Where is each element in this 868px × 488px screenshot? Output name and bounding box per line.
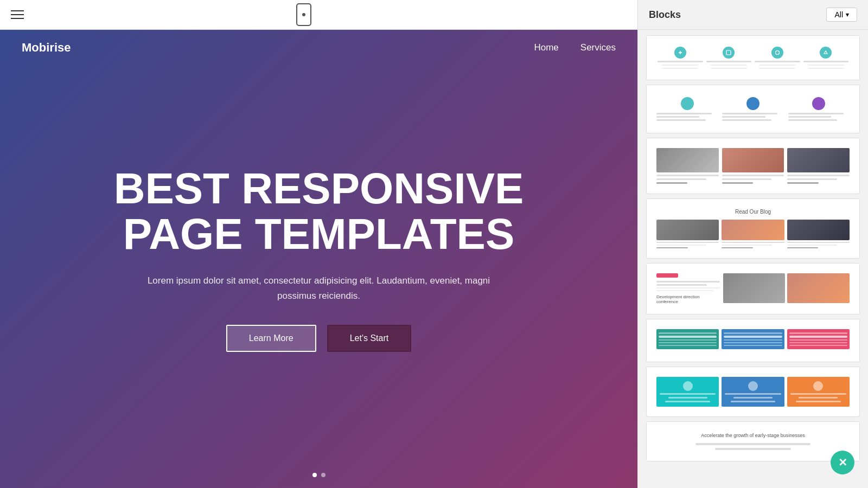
block8-cta-text: Accelerate the growth of early-stage bus… [658,433,848,438]
block2-item-2 [722,97,783,121]
block-thumb-1[interactable] [646,35,860,80]
block-thumb-8[interactable]: Accelerate the growth of early-stage bus… [646,421,860,461]
hero-content: BEST RESPONSIVE PAGE TEMPLATES Lorem ips… [71,166,567,351]
top-bar [0,0,637,30]
svg-point-1 [775,51,779,55]
phone-icon [296,3,311,26]
block3-card-3 [787,148,850,184]
block3-card-1 [656,148,719,184]
close-icon: ✕ [838,456,847,469]
block1-item-1 [658,47,703,69]
block4-header-text: Read Our Blog [656,209,850,215]
lets-start-button[interactable]: Let's Start [327,325,412,352]
block1-icon-1 [674,47,686,59]
nav-services[interactable]: Services [580,42,616,53]
block6-item-3 [787,329,850,349]
block-thumb-4[interactable]: Read Our Blog [646,198,860,259]
block-thumb-5[interactable]: Development direction conference [646,263,860,314]
block2-item-3 [788,97,850,121]
block1-icon-4 [820,47,832,59]
svg-rect-0 [726,50,731,55]
block3-card-2 [722,148,784,184]
block4-card-2 [722,220,784,248]
block4-card-3 [787,220,850,248]
block-thumb-2[interactable] [646,85,860,133]
hamburger-menu[interactable] [11,10,24,19]
carousel-dot-1[interactable] [312,473,317,477]
block4-card-1 [656,220,719,248]
nav-home[interactable]: Home [534,42,558,53]
hero-buttons: Learn More Let's Start [114,325,524,352]
block-thumb-7[interactable] [646,367,860,417]
hero-title: BEST RESPONSIVE PAGE TEMPLATES [114,166,524,257]
block1-icon-3 [771,47,783,59]
hero-nav: Mobirise Home Services [0,30,637,66]
block1-item-2 [706,47,752,69]
block5-badge [656,273,678,278]
blocks-panel: Blocks All [637,0,868,488]
filter-all-button[interactable]: All [826,8,857,22]
block5-images-area [723,273,850,304]
learn-more-button[interactable]: Learn More [226,325,316,352]
carousel-dot-2[interactable] [321,473,326,477]
block1-item-3 [755,47,800,69]
block-thumb-6[interactable] [646,319,860,362]
panel-header: Blocks All [638,0,868,30]
mobile-preview-toggle[interactable] [296,3,311,26]
hero-title-line2: PAGE TEMPLATES [123,210,515,258]
hero-section: Mobirise Home Services BEST RESPONSIVE P… [0,30,637,488]
nav-links: Home Services [534,42,616,53]
block-thumb-3[interactable] [646,138,860,194]
hero-title-line1: BEST RESPONSIVE [114,164,524,213]
block7-item-1 [656,377,719,407]
block7-item-2 [722,377,784,407]
hero-subtitle: Lorem ipsum dolor sit amet, consectetur … [129,273,509,303]
block7-item-3 [787,377,850,407]
panel-title: Blocks [649,9,681,21]
block2-item-1 [656,97,718,121]
block5-text-area: Development direction conference [656,273,720,304]
hero-carousel-dots [312,473,326,477]
blocks-list[interactable]: Read Our Blog [638,30,868,488]
block1-item-4 [803,47,849,69]
block6-item-2 [722,329,784,349]
close-panel-button[interactable]: ✕ [831,451,854,474]
block6-item-1 [656,329,719,349]
block5-title-text: Development direction conference [656,294,720,304]
site-logo: Mobirise [22,41,71,55]
block1-icon-2 [723,47,735,59]
